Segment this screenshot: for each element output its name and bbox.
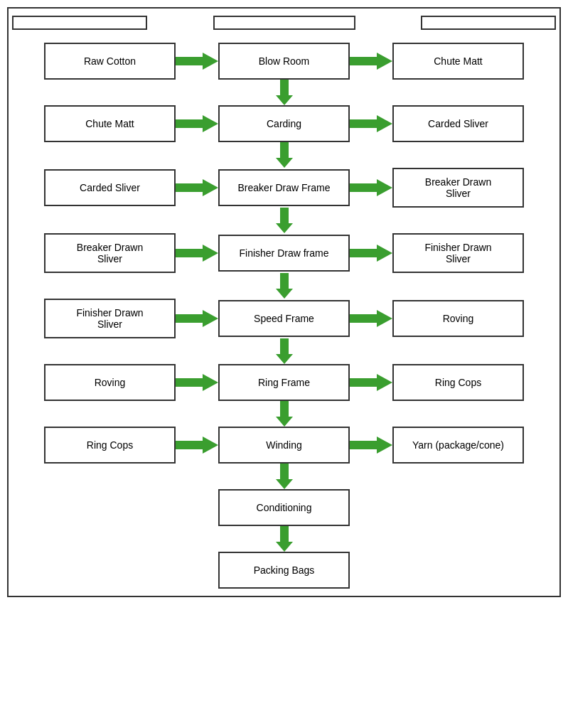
output-box-0: Chute Matt <box>392 43 524 80</box>
flow-row-4: Finisher Drawn Sliver Speed Frame Roving <box>12 299 556 338</box>
process-box-0: Blow Room <box>218 43 350 80</box>
process-box-7: Conditioning <box>218 489 350 526</box>
svg-marker-5 <box>276 142 293 168</box>
svg-marker-19 <box>350 437 392 454</box>
flow-row-3: Breaker Drawn Sliver Finisher Draw frame… <box>12 233 556 273</box>
svg-marker-14 <box>276 338 293 364</box>
svg-marker-2 <box>276 80 293 105</box>
svg-marker-12 <box>176 310 218 327</box>
svg-marker-17 <box>276 401 293 427</box>
output-box-5: Ring Cops <box>392 364 524 401</box>
svg-marker-3 <box>176 115 218 132</box>
input-box-5: Roving <box>44 364 176 401</box>
arrow-down-6 <box>12 464 556 489</box>
input-box-0: Raw Cotton <box>44 43 176 80</box>
svg-marker-21 <box>276 526 293 552</box>
flow-row-wrapper-7: Conditioning <box>12 489 556 552</box>
arrow-down-7 <box>12 526 556 552</box>
input-box-6: Ring Cops <box>44 427 176 464</box>
flow-row-wrapper-1: Chute Matt Carding Carded Sliver <box>12 105 556 168</box>
flow-row-1: Chute Matt Carding Carded Sliver <box>12 105 556 142</box>
arrow-down-4 <box>12 338 556 364</box>
arrow-right-left-1 <box>176 114 218 134</box>
diagram: Raw Cotton Blow Room Chute Matt Chute Ma… <box>7 7 561 597</box>
svg-marker-11 <box>276 273 293 299</box>
input-box-4: Finisher Drawn Sliver <box>44 299 176 338</box>
arrow-right-right-1 <box>350 114 392 134</box>
flow-row-wrapper-5: Roving Ring Frame Ring Cops <box>12 364 556 427</box>
arrow-down-3 <box>12 273 556 299</box>
flow-row-0: Raw Cotton Blow Room Chute Matt <box>12 43 556 80</box>
process-box-3: Finisher Draw frame <box>218 235 350 272</box>
arrow-right-left-4 <box>176 309 218 328</box>
header-row <box>12 16 556 30</box>
process-box-8: Packing Bags <box>218 552 350 589</box>
output-box-6: Yarn (package/cone) <box>392 427 524 464</box>
arrow-right-left-2 <box>176 178 218 198</box>
svg-marker-13 <box>350 310 392 327</box>
flow-row-wrapper-6: Ring Cops Winding Yarn (package/cone) <box>12 427 556 489</box>
output-box-1: Carded Sliver <box>392 105 524 142</box>
output-box-3: Finisher Drawn Sliver <box>392 233 524 273</box>
arrow-right-left-6 <box>176 435 218 455</box>
input-box-1: Chute Matt <box>44 105 176 142</box>
flow-row-5: Roving Ring Frame Ring Cops <box>12 364 556 401</box>
svg-marker-8 <box>276 208 293 233</box>
flow-row-wrapper-0: Raw Cotton Blow Room Chute Matt <box>12 43 556 105</box>
flow-row-7: Conditioning <box>12 489 556 526</box>
process-box-6: Winding <box>218 427 350 464</box>
arrow-right-right-5 <box>350 373 392 392</box>
svg-marker-6 <box>176 179 218 196</box>
arrow-right-right-2 <box>350 178 392 198</box>
process-box-5: Ring Frame <box>218 364 350 401</box>
svg-marker-1 <box>350 53 392 70</box>
arrow-down-0 <box>12 80 556 105</box>
flow-row-wrapper-8: Packing Bags <box>12 552 556 589</box>
arrow-right-right-4 <box>350 309 392 328</box>
process-box-2: Breaker Draw Frame <box>218 169 350 206</box>
arrow-down-2 <box>12 208 556 233</box>
flow-row-wrapper-3: Breaker Drawn Sliver Finisher Draw frame… <box>12 233 556 299</box>
flow-row-wrapper-2: Carded Sliver Breaker Draw Frame Breaker… <box>12 168 556 233</box>
svg-marker-16 <box>350 374 392 391</box>
arrow-down-5 <box>12 401 556 427</box>
input-box-2: Carded Sliver <box>44 169 176 206</box>
arrow-right-right-3 <box>350 243 392 263</box>
svg-marker-0 <box>176 53 218 70</box>
arrow-right-left-0 <box>176 51 218 71</box>
svg-marker-9 <box>176 245 218 262</box>
input-material-header <box>12 16 147 30</box>
svg-marker-4 <box>350 115 392 132</box>
arrow-right-right-0 <box>350 51 392 71</box>
output-box-2: Breaker Drawn Sliver <box>392 168 524 208</box>
svg-marker-20 <box>276 464 293 489</box>
process-box-4: Speed Frame <box>218 300 350 337</box>
arrow-right-right-6 <box>350 435 392 455</box>
process-box-1: Carding <box>218 105 350 142</box>
svg-marker-10 <box>350 245 392 262</box>
processing-machines-header <box>213 16 355 30</box>
svg-marker-18 <box>176 437 218 454</box>
flow-row-wrapper-4: Finisher Drawn Sliver Speed Frame Roving <box>12 299 556 364</box>
output-box-4: Roving <box>392 300 524 337</box>
arrow-down-1 <box>12 142 556 168</box>
arrow-right-left-3 <box>176 243 218 263</box>
flow-row-6: Ring Cops Winding Yarn (package/cone) <box>12 427 556 464</box>
flow-row-2: Carded Sliver Breaker Draw Frame Breaker… <box>12 168 556 208</box>
flow-row-8: Packing Bags <box>12 552 556 589</box>
svg-marker-15 <box>176 374 218 391</box>
output-material-header <box>421 16 556 30</box>
arrow-right-left-5 <box>176 373 218 392</box>
svg-marker-7 <box>350 179 392 196</box>
input-box-3: Breaker Drawn Sliver <box>44 233 176 273</box>
